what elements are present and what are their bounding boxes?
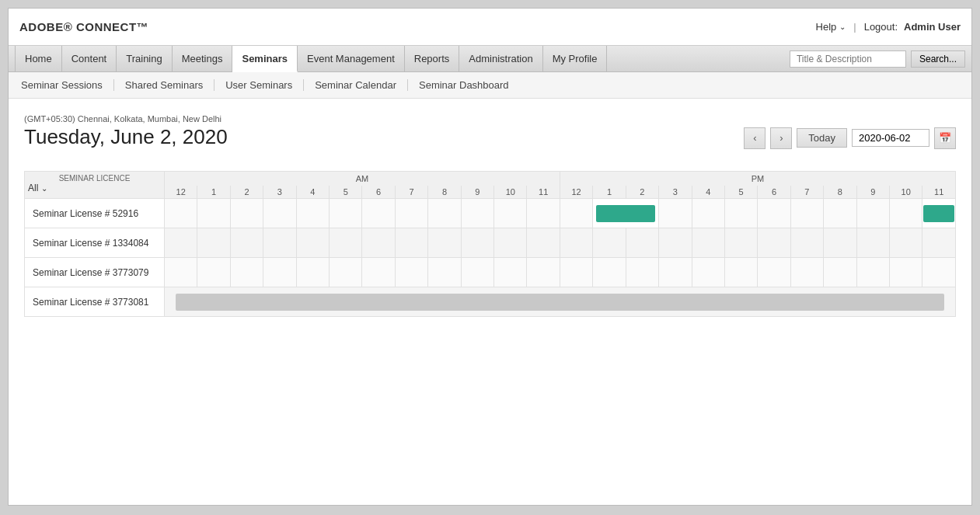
calendar-body: Seminar License # 52916Seminar License #… <box>25 199 956 317</box>
empty-cell-12 <box>560 258 592 287</box>
empty-cell-17 <box>724 228 757 258</box>
subnav-user-seminars[interactable]: User Seminars <box>214 79 304 91</box>
hour-header-row: 121234567891011121234567891011 <box>25 186 956 199</box>
prev-date-button[interactable]: ‹ <box>744 127 766 149</box>
hour-1-header: 1 <box>197 186 230 199</box>
am-header: AM <box>165 172 560 186</box>
hour-17-header: 5 <box>724 186 757 199</box>
empty-cell-2 <box>230 228 263 258</box>
nav-item-my-profile[interactable]: My Profile <box>543 46 608 71</box>
license-cell-lic-3773081[interactable]: Seminar License # 3773081 <box>25 287 165 317</box>
empty-cell-2 <box>230 199 263 228</box>
empty-cell-1 <box>197 228 230 258</box>
subnav-seminar-calendar[interactable]: Seminar Calendar <box>304 79 408 91</box>
empty-cell-6 <box>362 228 395 258</box>
empty-cell-4 <box>296 199 329 228</box>
empty-cell-10 <box>494 228 527 258</box>
empty-cell-1 <box>197 258 230 287</box>
main-content: (GMT+05:30) Chennai, Kolkata, Mumbai, Ne… <box>9 99 971 332</box>
empty-cell-9 <box>461 228 493 258</box>
subnav-seminar-dashboard[interactable]: Seminar Dashboard <box>408 79 520 91</box>
empty-cell-7 <box>395 199 427 228</box>
hour-21-header: 9 <box>856 186 889 199</box>
empty-cell-7 <box>395 228 427 258</box>
empty-cell-3 <box>263 228 296 258</box>
next-date-button[interactable]: › <box>770 127 792 149</box>
green-event-block-2 <box>923 205 954 222</box>
empty-cell-17 <box>724 199 757 228</box>
empty-cell-6 <box>362 258 395 287</box>
subnav-shared-seminars[interactable]: Shared Seminars <box>114 79 214 91</box>
empty-cell-10 <box>494 258 527 287</box>
empty-cell-20 <box>824 228 856 258</box>
empty-cell-5 <box>330 228 362 258</box>
outer-wrapper: ADOBE® CONNECT™ Help ⌄ | Logout: Admin U… <box>0 0 980 515</box>
search-input[interactable] <box>790 50 906 68</box>
empty-cell-12 <box>560 228 592 258</box>
empty-cell-0 <box>165 199 197 228</box>
date-input[interactable] <box>852 129 929 147</box>
empty-cell-17 <box>724 258 757 287</box>
hour-4-header: 4 <box>296 186 329 199</box>
nav-bar: Home Content Training Meetings Seminars … <box>9 46 971 72</box>
empty-cell-1 <box>197 199 230 228</box>
calendar-header-row: (GMT+05:30) Chennai, Kolkata, Mumbai, Ne… <box>24 114 956 162</box>
event-cell-green2-lic-52916 <box>922 199 956 228</box>
empty-cell-16 <box>692 199 724 228</box>
search-button[interactable]: Search... <box>911 50 965 68</box>
license-cell-lic-1334084[interactable]: Seminar License # 1334084 <box>25 228 165 258</box>
am-pm-header-row: SEMINAR LICENCE All ⌄ AM PM <box>25 172 956 186</box>
table-row: Seminar License # 3773081 <box>25 287 956 317</box>
hour-19-header: 7 <box>790 186 823 199</box>
hour-15-header: 3 <box>659 186 692 199</box>
hour-23-header: 11 <box>922 186 956 199</box>
empty-cell-5 <box>330 258 362 287</box>
license-cell-lic-52916[interactable]: Seminar License # 52916 <box>25 199 165 228</box>
empty-cell-14 <box>626 258 658 287</box>
hour-3-header: 3 <box>263 186 296 199</box>
app-logo: ADOBE® CONNECT™ <box>19 20 148 33</box>
empty-cell-8 <box>428 199 461 228</box>
user-name[interactable]: Admin User <box>904 21 961 33</box>
empty-cell-3 <box>263 199 296 228</box>
top-bar: ADOBE® CONNECT™ Help ⌄ | Logout: Admin U… <box>9 9 971 46</box>
help-label[interactable]: Help <box>816 21 837 33</box>
nav-item-meetings[interactable]: Meetings <box>173 46 233 71</box>
filter-all-label[interactable]: All <box>28 183 38 193</box>
empty-cell-16 <box>692 228 724 258</box>
nav-item-reports[interactable]: Reports <box>405 46 460 71</box>
calendar-picker-button[interactable]: 📅 <box>934 127 956 149</box>
hour-9-header: 9 <box>461 186 493 199</box>
empty-cell-7 <box>395 258 427 287</box>
nav-item-administration[interactable]: Administration <box>459 46 542 71</box>
hour-2-header: 2 <box>230 186 263 199</box>
empty-cell-2 <box>230 258 263 287</box>
nav-item-content[interactable]: Content <box>62 46 117 71</box>
hour-8-header: 8 <box>428 186 461 199</box>
empty-cell-15 <box>659 199 692 228</box>
empty-cell-5 <box>330 199 362 228</box>
nav-item-seminars[interactable]: Seminars <box>232 46 298 72</box>
hour-18-header: 6 <box>758 186 790 199</box>
empty-cell-19 <box>790 199 823 228</box>
current-date: Tuesday, June 2, 2020 <box>24 125 228 149</box>
timezone-text: (GMT+05:30) Chennai, Kolkata, Mumbai, Ne… <box>24 114 228 124</box>
hour-13-header: 1 <box>593 186 626 199</box>
empty-cell-18 <box>758 199 790 228</box>
nav-item-home[interactable]: Home <box>15 46 62 71</box>
subnav-seminar-sessions[interactable]: Seminar Sessions <box>21 79 114 91</box>
pm-header: PM <box>560 172 955 186</box>
nav-item-event-management[interactable]: Event Management <box>298 46 405 71</box>
event-cell-green1-lic-52916 <box>593 199 659 228</box>
nav-item-training[interactable]: Training <box>117 46 172 71</box>
today-button[interactable]: Today <box>797 128 847 148</box>
sub-nav: Seminar Sessions Shared Seminars User Se… <box>9 72 971 99</box>
license-cell-lic-3773079[interactable]: Seminar License # 3773079 <box>25 258 165 287</box>
empty-cell-8 <box>428 258 461 287</box>
empty-cell-23 <box>922 258 956 287</box>
hour-22-header: 10 <box>889 186 922 199</box>
empty-cell-20 <box>824 258 856 287</box>
empty-cell-15 <box>659 258 692 287</box>
top-right-area: Help ⌄ | Logout: Admin User <box>816 21 961 33</box>
hour-5-header: 5 <box>330 186 362 199</box>
